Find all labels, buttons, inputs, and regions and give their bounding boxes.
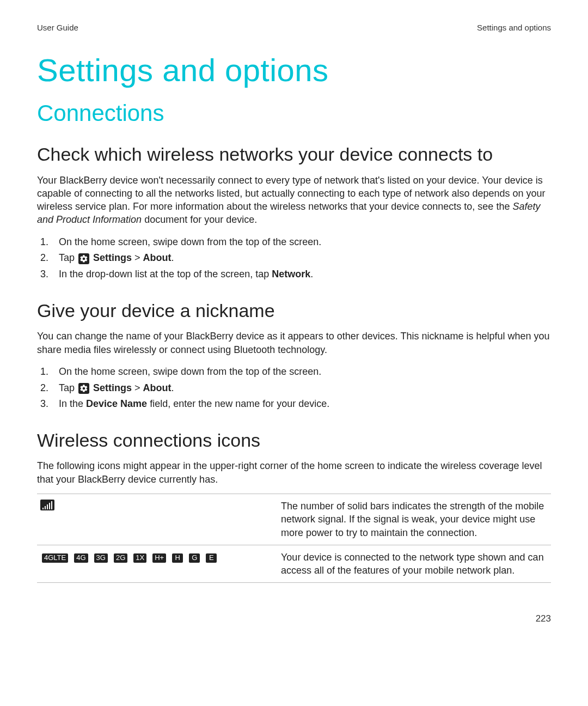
bold-text-settings: Settings: [93, 252, 132, 263]
step-text: On the home screen, swipe down from the …: [59, 236, 321, 247]
table-row: The number of solid bars indicates the s…: [37, 494, 551, 545]
running-header: User Guide Settings and options: [37, 23, 551, 32]
steps-list: On the home screen, swipe down from the …: [37, 364, 551, 412]
step-text: Tap: [59, 252, 77, 263]
network-badge-h: H: [172, 553, 183, 563]
icon-cell: [37, 494, 278, 545]
step-text: On the home screen, swipe down from the …: [59, 366, 321, 377]
running-header-left: User Guide: [37, 23, 78, 32]
text: Your BlackBerry device won't necessarily…: [37, 175, 546, 212]
step-item: Tap Settings > About.: [51, 250, 551, 266]
step-text: In the: [59, 398, 86, 409]
paragraph: The following icons might appear in the …: [37, 459, 551, 486]
text: .: [171, 382, 174, 393]
step-text: Tap: [59, 382, 77, 393]
subsection-check-networks: Check which wireless networks your devic…: [37, 143, 551, 166]
paragraph: Your BlackBerry device won't necessarily…: [37, 174, 551, 227]
icon-cell: 4GLTE 4G 3G 2G 1X H+ H G E: [37, 545, 278, 583]
icon-description: The number of solid bars indicates the s…: [278, 494, 551, 545]
network-badge-hplus: H+: [152, 553, 166, 563]
signal-bars-icon: [40, 500, 54, 510]
page-number: 223: [536, 613, 551, 624]
gear-icon: [78, 383, 89, 394]
network-badge-3g: 3G: [94, 553, 108, 563]
step-item: On the home screen, swipe down from the …: [51, 364, 551, 380]
network-badge-4g: 4G: [74, 553, 88, 563]
icons-table: The number of solid bars indicates the s…: [37, 494, 551, 583]
running-header-right: Settings and options: [477, 23, 551, 32]
text: >: [132, 382, 143, 393]
gear-icon: [78, 253, 89, 264]
step-item: In the Device Name field, enter the new …: [51, 396, 551, 412]
steps-list: On the home screen, swipe down from the …: [37, 234, 551, 283]
page-title: Settings and options: [37, 52, 551, 88]
text: .: [310, 269, 313, 279]
bold-text-settings: Settings: [93, 382, 132, 393]
section-heading: Connections: [37, 100, 551, 126]
network-badge-4glte: 4GLTE: [42, 553, 68, 563]
text: field, enter the new name for your devic…: [147, 398, 329, 409]
step-item: In the drop-down list at the top of the …: [51, 266, 551, 283]
network-badge-2g: 2G: [114, 553, 127, 563]
network-badge-e: E: [206, 553, 217, 563]
network-badge-g: G: [189, 553, 200, 563]
text: document for your device.: [142, 214, 257, 225]
subsection-wireless-icons: Wireless connections icons: [37, 429, 551, 452]
bold-text-about: About: [143, 382, 171, 393]
text: .: [171, 252, 174, 263]
bold-text-about: About: [143, 252, 171, 263]
paragraph: You can change the name of your BlackBer…: [37, 330, 551, 356]
table-row: 4GLTE 4G 3G 2G 1X H+ H G E Your device i…: [37, 545, 551, 583]
text: >: [132, 252, 143, 263]
step-text: In the drop-down list at the top of the …: [59, 269, 272, 279]
bold-text-network: Network: [272, 269, 310, 279]
step-item: Tap Settings > About.: [51, 380, 551, 397]
subsection-nickname: Give your device a nickname: [37, 299, 551, 322]
bold-text-device-name: Device Name: [86, 398, 147, 409]
network-badge-1x: 1X: [133, 553, 146, 563]
icon-description: Your device is connected to the network …: [278, 545, 551, 583]
step-item: On the home screen, swipe down from the …: [51, 234, 551, 251]
page: User Guide Settings and options Settings…: [0, 0, 588, 706]
